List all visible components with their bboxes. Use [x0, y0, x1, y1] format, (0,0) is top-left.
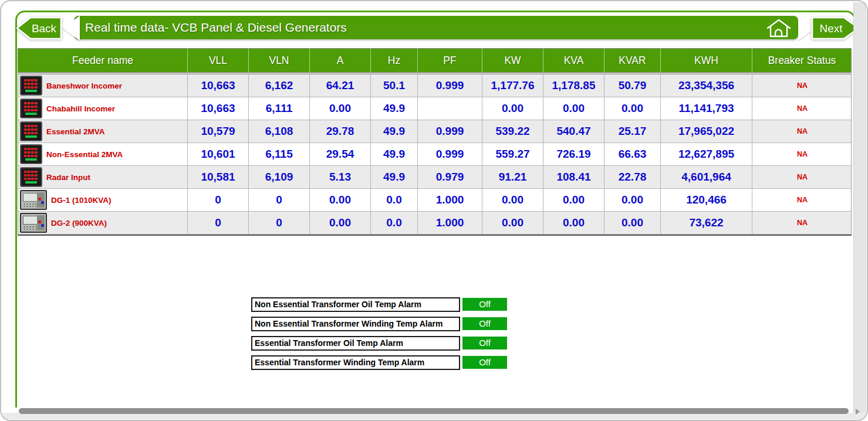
- kvar-value: 22.78: [604, 166, 661, 188]
- kw-value: 0.00: [482, 189, 543, 211]
- kwh-value: 73,622: [661, 212, 752, 234]
- home-icon: [765, 17, 792, 39]
- page-title: Real time data- VCB Panel & Diesel Gener…: [85, 21, 347, 34]
- kva-value: 0.00: [543, 189, 604, 211]
- kvar-value: 50.79: [604, 74, 661, 97]
- kwh-value: 17,965,022: [661, 120, 752, 142]
- column-header: A: [310, 49, 371, 72]
- feeder-name-cell[interactable]: DG-2 (900KVA): [18, 212, 188, 234]
- alarm-status-indicator: Off: [462, 337, 507, 349]
- alarm-row: Essential Transformer Oil Temp Alarm Off: [251, 336, 507, 351]
- generator-controller-icon[interactable]: [20, 213, 47, 233]
- vln-value: 6,109: [249, 166, 310, 188]
- feeder-name: Baneshwor Incomer: [46, 82, 122, 90]
- feeder-name: Radar Input: [46, 173, 90, 182]
- feeder-name-cell[interactable]: Essential 2MVA: [18, 120, 188, 142]
- table-row: Essential 2MVA 10,579 6,108 29.78 49.9 0…: [18, 120, 851, 143]
- kva-value: 540.47: [543, 120, 604, 142]
- vln-value: 0: [249, 189, 310, 211]
- energy-meter-icon[interactable]: [20, 121, 42, 141]
- feeder-name-cell[interactable]: Chabahill Incomer: [18, 97, 188, 120]
- kva-value: 1,178.85: [543, 74, 604, 97]
- amp-value: 0.00: [310, 97, 371, 120]
- vll-value: 10,579: [188, 120, 249, 142]
- kwh-value: 4,601,964: [661, 166, 752, 188]
- breaker-status: NA: [752, 212, 852, 234]
- energy-meter-icon[interactable]: [20, 99, 42, 118]
- table-row: DG-2 (900KVA) 0 0 0.00 0.0 1.000 0.00 0.…: [18, 212, 851, 235]
- column-header: KW: [482, 49, 543, 72]
- vll-value: 10,581: [188, 166, 249, 188]
- kw-value: 0.00: [482, 97, 543, 120]
- amp-value: 29.78: [310, 120, 371, 142]
- alarm-label: Non Essential Transformer Oil Temp Alarm: [251, 297, 460, 312]
- hz-value: 0.0: [371, 189, 418, 211]
- alarm-row: Non Essential Transformer Oil Temp Alarm…: [251, 297, 507, 312]
- column-header: Hz: [371, 49, 418, 72]
- vll-value: 10,663: [188, 97, 249, 120]
- breaker-status: NA: [752, 120, 852, 142]
- realtime-data-table: Feeder name VLL VLN A Hz PF KW KVA KVAR …: [18, 48, 852, 236]
- horizontal-scrollbar-thumb[interactable]: [19, 408, 849, 414]
- feeder-name-cell[interactable]: Radar Input: [18, 166, 188, 188]
- hz-value: 49.9: [371, 143, 418, 165]
- column-header: Breaker Status: [752, 49, 852, 72]
- feeder-name: Chabahill Incomer: [46, 104, 115, 113]
- alarm-row: Non Essential Transformer Winding Temp A…: [251, 317, 507, 331]
- kwh-value: 12,627,895: [661, 143, 752, 165]
- hmi-screen: Real time data- VCB Panel & Diesel Gener…: [0, 0, 868, 421]
- kva-value: 0.00: [543, 212, 604, 234]
- vln-value: 0: [249, 212, 310, 234]
- feeder-name-cell[interactable]: Baneshwor Incomer: [18, 74, 188, 97]
- kw-value: 1,177.76: [482, 74, 543, 97]
- kvar-value: 25.17: [604, 120, 661, 142]
- kvar-value: 0.00: [604, 189, 661, 211]
- feeder-name-cell[interactable]: DG-1 (1010KVA): [18, 189, 188, 211]
- alarm-status-indicator: Off: [462, 317, 507, 330]
- alarm-status-indicator: Off: [462, 356, 507, 369]
- kva-value: 108.41: [543, 166, 604, 188]
- table-body: Baneshwor Incomer 10,663 6,162 64.21 50.…: [18, 74, 852, 236]
- feeder-name-cell[interactable]: Non-Essential 2MVA: [18, 143, 188, 165]
- back-button[interactable]: Back: [14, 15, 65, 41]
- kva-value: 726.19: [543, 143, 604, 165]
- energy-meter-icon[interactable]: [20, 76, 42, 96]
- right-edge-strip: [853, 2, 866, 413]
- vll-value: 0: [188, 212, 249, 234]
- generator-controller-icon[interactable]: [20, 190, 47, 210]
- kwh-value: 120,466: [661, 189, 752, 211]
- hz-value: 0.0: [371, 212, 418, 234]
- feeder-name: Non-Essential 2MVA: [46, 150, 123, 159]
- vln-value: 6,115: [249, 143, 310, 165]
- column-header: PF: [418, 49, 482, 72]
- column-header: VLN: [249, 49, 310, 72]
- kw-value: 539.22: [482, 120, 543, 142]
- breaker-status: NA: [752, 97, 852, 120]
- amp-value: 0.00: [310, 212, 371, 234]
- column-header: VLL: [188, 49, 249, 72]
- pf-value: [418, 97, 482, 120]
- alarm-status-indicator: Off: [462, 298, 507, 311]
- kva-value: 0.00: [543, 97, 604, 120]
- column-header: KWH: [661, 49, 752, 72]
- energy-meter-icon[interactable]: [20, 144, 42, 164]
- vln-value: 6,108: [249, 120, 310, 142]
- feeder-name: Essential 2MVA: [46, 127, 105, 136]
- table-header-row: Feeder name VLL VLN A Hz PF KW KVA KVAR …: [18, 48, 852, 73]
- pf-value: 0.979: [418, 166, 482, 188]
- vll-value: 0: [188, 189, 249, 211]
- kw-value: 91.21: [482, 166, 543, 188]
- hz-value: 49.9: [371, 97, 418, 120]
- pf-value: 1.000: [418, 189, 482, 211]
- page-title-bar: Real time data- VCB Panel & Diesel Gener…: [74, 16, 798, 39]
- feeder-name: DG-2 (900KVA): [51, 219, 107, 228]
- kvar-value: 0.00: [604, 212, 661, 234]
- breaker-status: NA: [752, 166, 852, 188]
- alarm-label: Essential Transformer Oil Temp Alarm: [251, 336, 460, 351]
- scroll-right-arrow-icon[interactable]: [856, 409, 860, 415]
- alarm-row: Essential Transformer Winding Temp Alarm…: [251, 355, 507, 370]
- energy-meter-icon[interactable]: [20, 167, 42, 187]
- home-button[interactable]: [765, 17, 792, 47]
- hz-value: 50.1: [371, 74, 418, 97]
- kwh-value: 23,354,356: [661, 74, 752, 97]
